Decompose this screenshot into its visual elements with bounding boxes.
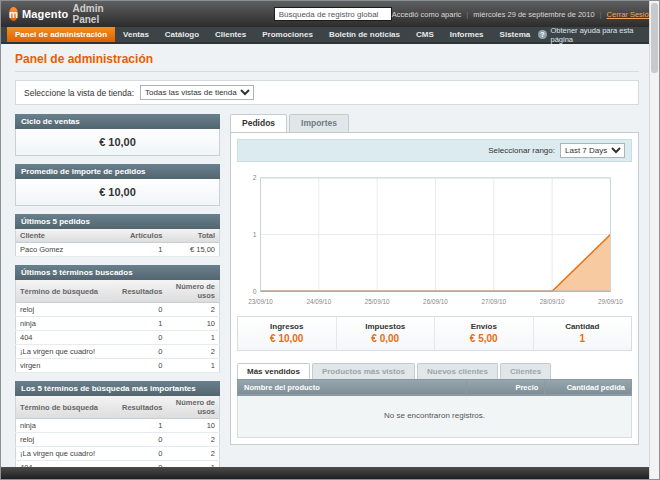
last-search-terms-title: Últimos 5 términos buscados [15,265,220,280]
column-header: Número de usos [166,280,219,303]
column-header: Número de usos [166,396,219,419]
separator: | [466,10,468,19]
totals-row: Ingresos € 10,00 Impuestos € 0,00 Envíos… [237,316,632,351]
scrollbar-thumb[interactable] [651,3,658,73]
current-date: miércoles 29 de septiembre de 2010 [473,10,594,19]
page-title: Panel de administración [15,52,639,66]
magento-logo-icon: m [9,7,18,21]
page-help-link[interactable]: ? Obtener ayuda para esta página [538,27,659,42]
orders-chart: 01223/09/1024/09/1025/09/1026/09/1027/09… [237,168,632,312]
range-bar: Seleccionar rango: Last 7 Days [237,139,632,162]
column-header: Artículos [113,229,166,243]
help-icon: ? [538,30,546,39]
grid-tabs: Más vendidos Productos más vistos Nuevos… [237,363,632,379]
svg-text:28/09/10: 28/09/10 [540,298,565,305]
column-header: Término de búsqueda [16,396,114,419]
nav-item-system[interactable]: Sistema [492,27,539,42]
user-area: Accedió como aparic | miércoles 29 de se… [392,10,653,19]
tab-orders[interactable]: Pedidos [230,114,287,132]
store-view-switcher: Seleccione la vista de tienda: Todas las… [15,80,639,105]
separator: | [600,10,602,19]
stat-quantity: Cantidad 1 [534,317,632,350]
help-label: Obtener ayuda para esta página [551,26,650,44]
nav-item-reports[interactable]: Informes [442,27,492,42]
column-header: Precio [466,379,545,395]
products-grid: Nombre del productoPrecioCantidad pedida [237,379,632,396]
average-orders-title: Promedio de importe de pedidos [15,164,220,179]
logo-subtext: Admin Panel [73,3,109,25]
column-header: Cliente [16,229,114,243]
column-header: Nombre del producto [238,379,467,395]
lifetime-sales-value: € 10,00 [15,129,220,156]
scrollbar[interactable] [649,1,659,480]
diagram-panel: Seleccionar rango: Last 7 Days 01223/09/… [230,132,639,445]
tab-bestsellers[interactable]: Más vendidos [237,363,310,379]
table-row: ninja110 [16,317,220,331]
column-header: Total [166,229,219,243]
logged-in-as: Accedió como aparic [392,10,462,19]
svg-text:27/09/10: 27/09/10 [481,298,506,305]
store-view-label: Seleccione la vista de tienda: [24,88,134,98]
footer-bar [1,467,649,479]
nav-item-promotions[interactable]: Promociones [254,27,321,42]
last-search-terms-box: Últimos 5 términos buscados Término de b… [15,265,220,373]
average-orders-box: Promedio de importe de pedidos € 10,00 [15,164,220,206]
tab-amounts[interactable]: Importes [289,114,349,132]
svg-text:1: 1 [253,231,257,238]
diagram-tabs: Pedidos Importes [230,114,639,132]
last-orders-title: Últimos 5 pedidos [15,214,220,229]
store-view-select[interactable]: Todas las vistas de tienda [140,85,254,100]
svg-text:29/09/10: 29/09/10 [598,298,623,305]
range-label: Seleccionar rango: [488,146,555,155]
nav-item-catalog[interactable]: Catálogo [157,27,207,42]
top-search-terms-table: Término de búsquedaResultadosNúmero de u… [15,396,220,469]
tab-new-customers[interactable]: Nuevos clientes [417,363,498,379]
table-row: reloj02 [16,433,220,447]
column-header: Término de búsqueda [16,280,114,303]
svg-text:23/09/10: 23/09/10 [248,298,273,305]
table-row: ¡La virgen que cuadro!02 [16,447,220,461]
logo-text: Magento [22,8,69,20]
svg-text:0: 0 [253,288,257,295]
stat-tax: Impuestos € 0,00 [337,317,436,350]
nav-item-customers[interactable]: Clientes [207,27,254,42]
stat-shipping: Envíos € 5,00 [435,317,534,350]
svg-text:2: 2 [253,174,257,181]
nav-item-cms[interactable]: CMS [408,27,442,42]
dashboard-main-column: Pedidos Importes Seleccionar rango: Last… [230,114,639,469]
nav-item-newsletter[interactable]: Boletín de noticias [321,27,408,42]
nav-item-sales[interactable]: Ventas [115,27,157,42]
top-search-terms-title: Los 5 términos de búsqueda más important… [15,381,220,396]
top-header: m Magento Admin Panel Accedió como apari… [1,1,659,27]
table-row: ninja110 [16,419,220,433]
table-row: reloj02 [16,303,220,317]
logout-link[interactable]: Cerrar Sesión [607,10,653,19]
table-row: Paco Gomez1€ 15,00 [16,243,220,257]
average-orders-value: € 10,00 [15,179,220,206]
table-row: ¡La virgen que cuadro!02 [16,345,220,359]
dashboard-left-column: Ciclo de ventas € 10,00 Promedio de impo… [15,114,220,469]
nav-item-dashboard[interactable]: Panel de administración [7,27,115,42]
last-orders-table: ClienteArtículosTotal Paco Gomez1€ 15,00 [15,229,220,257]
last-orders-box: Últimos 5 pedidos ClienteArtículosTotal … [15,214,220,257]
title-divider [15,71,639,72]
lifetime-sales-title: Ciclo de ventas [15,114,220,129]
column-header: Resultados [113,280,166,303]
svg-text:24/09/10: 24/09/10 [306,298,331,305]
top-search-terms-box: Los 5 términos de búsqueda más important… [15,381,220,469]
global-search-input[interactable] [274,7,392,21]
main-nav: Panel de administración Ventas Catálogo … [1,27,659,44]
orders-chart-svg: 01223/09/1024/09/1025/09/1026/09/1027/09… [239,170,630,312]
svg-text:25/09/10: 25/09/10 [365,298,390,305]
grid-empty-message: No se encontraron registros. [237,396,632,438]
svg-text:26/09/10: 26/09/10 [423,298,448,305]
tab-customers[interactable]: Clientes [500,363,551,379]
stat-revenue: Ingresos € 10,00 [238,317,337,350]
column-header: Resultados [113,396,166,419]
tab-most-viewed[interactable]: Productos más vistos [312,363,415,379]
range-select[interactable]: Last 7 Days [560,143,625,158]
magento-logo[interactable]: m Magento Admin Panel [9,3,109,25]
table-row: virgen01 [16,359,220,373]
last-search-terms-table: Término de búsquedaResultadosNúmero de u… [15,280,220,373]
lifetime-sales-box: Ciclo de ventas € 10,00 [15,114,220,156]
